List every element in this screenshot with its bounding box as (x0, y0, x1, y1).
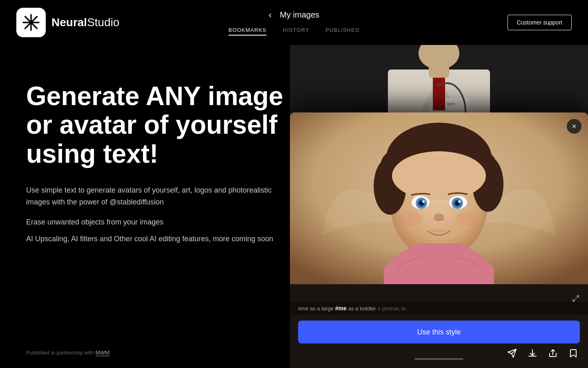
logo-area: NeuralStudio (16, 8, 120, 37)
my-images-title: My images (280, 10, 319, 20)
logo-icon (16, 8, 46, 37)
right-panel: tom × (290, 45, 588, 368)
header: NeuralStudio ‹ My images BOOKMARKS HISTO… (0, 0, 588, 45)
share-icon[interactable] (546, 347, 559, 360)
svg-point-38 (399, 211, 422, 226)
expand-icon[interactable] (572, 294, 580, 305)
customer-support-button[interactable]: Customer support (508, 15, 572, 30)
use-this-style-button[interactable]: Use this style (298, 321, 580, 343)
feature-text-3: AI Upscaling, AI filters and Other cool … (26, 235, 287, 243)
bookmark-icon[interactable] (567, 347, 580, 360)
footer-text: Published in partnership with (26, 350, 96, 356)
svg-rect-9 (433, 78, 445, 110)
bottom-indicator (414, 358, 463, 360)
svg-point-39 (456, 211, 479, 226)
prompt-row: #me as a targe #me as a toddler o portra… (290, 302, 588, 315)
left-content: Generate ANY image or avatar of yourself… (26, 82, 287, 251)
tab-bookmarks[interactable]: BOOKMARKS (229, 27, 267, 36)
prompt-text: #me as a targe (298, 305, 334, 312)
svg-point-36 (458, 200, 461, 203)
close-button[interactable]: × (567, 119, 581, 134)
hero-title: Generate ANY image or avatar of yourself… (26, 82, 287, 168)
feature-text-2: Erase unwanted objects from your images (26, 218, 287, 227)
tab-history[interactable]: HISTORY (283, 27, 310, 36)
overlay-card: × (290, 112, 588, 368)
svg-point-26 (392, 151, 486, 200)
prompt-suffix: o portrait, lo... (378, 305, 410, 312)
feature-text-1: Use simple text to generate avatars of y… (26, 184, 287, 208)
child-portrait (290, 112, 588, 284)
back-button[interactable]: ‹ (269, 10, 272, 20)
header-center: ‹ My images BOOKMARKS HISTORY PUBLISHED (229, 10, 360, 36)
prompt-highlight: #me (335, 305, 347, 312)
tab-published[interactable]: PUBLISHED (325, 27, 359, 36)
svg-point-4 (29, 21, 33, 24)
action-icons-row (506, 347, 580, 360)
logo-text: NeuralStudio (51, 16, 120, 29)
tabs-row: BOOKMARKS HISTORY PUBLISHED (229, 27, 360, 36)
download-icon[interactable] (526, 347, 539, 360)
mwm-link[interactable]: MWM (96, 350, 109, 356)
send-icon[interactable] (506, 347, 519, 360)
prompt-rest: as a toddler (348, 305, 376, 312)
svg-point-37 (434, 213, 444, 220)
svg-text:tom: tom (447, 101, 454, 106)
svg-point-31 (422, 200, 425, 203)
header-title-row: ‹ My images (269, 10, 319, 20)
footer: Published in partnership with MWM. (26, 350, 111, 356)
